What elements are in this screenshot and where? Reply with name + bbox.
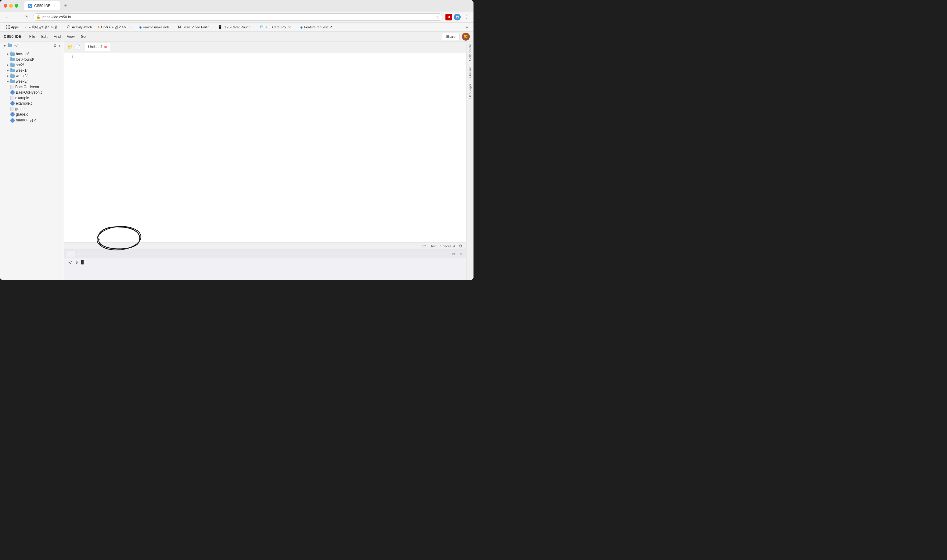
tree-label: src2/ [16, 63, 61, 67]
c-file-icon: c [10, 112, 15, 117]
tree-item-mario[interactable]: c mario 테딩.c [0, 117, 64, 123]
bookmark-8-label: Feature request: P… [304, 25, 335, 29]
code-content[interactable] [76, 52, 466, 242]
traffic-lights [4, 4, 18, 8]
file-tree-settings-icon[interactable]: ⚙ [53, 43, 57, 48]
editor-tab-untitled1[interactable]: Untitled1 [85, 43, 110, 51]
back-button[interactable]: ← [4, 14, 11, 21]
tab-bar: C CS50 IDE × + [25, 1, 470, 10]
folder-icon [10, 69, 15, 72]
tree-item-grade-c[interactable]: c grade.c [0, 112, 64, 117]
bookmark-2[interactable]: ⏱ ActivityWatch [65, 24, 95, 30]
tree-item-backup[interactable]: ▶ backup/ [0, 51, 64, 57]
bookmark-7[interactable]: 💎 0.35 Carat Round… [257, 24, 297, 30]
bookmark-8[interactable]: ◈ Feature request: P… [298, 24, 338, 30]
user-avatar[interactable]: 🐱 [462, 32, 470, 41]
account-avatar[interactable]: 한 [454, 14, 461, 20]
bookmark-3-icon: A [97, 25, 100, 29]
terminal-content[interactable]: ~/ $ [64, 258, 466, 280]
terminal-dollar: $ [73, 260, 80, 265]
cursor-line [79, 55, 464, 60]
terminal-tab-home[interactable]: ~ [66, 251, 75, 257]
folder-icon [10, 63, 15, 67]
tree-label: mario 테딩.c [16, 118, 61, 123]
address-bar[interactable]: 🔒 https://ide.cs50.io ☆ [33, 14, 443, 21]
tab-favicon: C [28, 4, 32, 8]
new-folder-button[interactable]: 📁 [66, 44, 73, 50]
new-tab-button[interactable]: + [61, 2, 70, 10]
refresh-button[interactable]: ↻ [23, 14, 31, 21]
maximize-button[interactable] [15, 4, 18, 8]
terminal-tab-label: ~ [69, 252, 72, 256]
file-tree-menu-icon[interactable]: ▾ [59, 43, 61, 48]
tree-label: week2/ [16, 74, 61, 78]
root-folder-icon [8, 44, 12, 47]
bookmark-4[interactable]: ◈ How to make netr… [136, 24, 175, 30]
tree-item-example-c[interactable]: c example.c [0, 101, 64, 106]
tree-item-baekoo-c[interactable]: c BaekOoHyeon.c [0, 90, 64, 95]
code-editor[interactable]: 1 [64, 52, 466, 242]
minimize-button[interactable] [9, 4, 13, 8]
tree-item-week3[interactable]: ▶ week3/ [0, 79, 64, 84]
tree-item-grade[interactable]: grade [0, 106, 64, 112]
tree-item-week2[interactable]: ▶ week2/ [0, 73, 64, 79]
bookmark-1[interactable]: ✓ 교육마당>공지사항 … [22, 24, 64, 30]
extension-icon[interactable]: M [445, 14, 452, 20]
tree-label: example.c [16, 101, 61, 106]
spaces-setting: Spaces: 4 [440, 244, 455, 248]
terminal-close-button[interactable]: × [457, 251, 464, 257]
nav-bar: ← → ↻ 🔒 https://ide.cs50.io ☆ M 한 ⋮ [0, 12, 473, 23]
chevron-right-icon: ▶ [6, 63, 9, 66]
url-text: https://ide.cs50.io [42, 15, 434, 19]
chrome-menu-button[interactable]: ⋮ [462, 14, 470, 21]
add-tab-button[interactable]: + [111, 44, 118, 50]
chevron-right-icon: ▶ [6, 80, 9, 83]
sidebar-outline-label[interactable]: Outline [468, 67, 472, 78]
menu-edit[interactable]: Edit [38, 33, 51, 40]
bookmark-1-label: 교육마당>공지사항 … [28, 25, 61, 29]
bookmark-3[interactable]: A USB C타입 2.4A 고… [95, 24, 136, 30]
tree-item-lost-found[interactable]: lost+found/ [0, 57, 64, 62]
terminal-tabs: ~ + ⧉ × [64, 250, 466, 258]
editor-tabs: 📁 📄 Untitled1 + [64, 42, 466, 52]
menu-file[interactable]: File [26, 33, 38, 40]
terminal-popout-button[interactable]: ⧉ [450, 251, 456, 257]
menu-view[interactable]: View [64, 33, 78, 40]
ide-menu-right: Share 🐱 [442, 32, 470, 41]
forward-button[interactable]: → [14, 14, 21, 21]
terminal-area: ~ + ⧉ × ~/ $ [64, 249, 466, 280]
sidebar-debugger-label[interactable]: Debugger [468, 84, 472, 98]
tree-label: BaekOoHyeon.c [16, 90, 61, 95]
tree-item-baekoo[interactable]: BaekOoHyeon [0, 84, 64, 90]
bookmark-6[interactable]: 📱 0.23-Carat Round… [216, 24, 256, 30]
browser-tab[interactable]: C CS50 IDE × [25, 1, 60, 10]
bookmark-star-icon[interactable]: ☆ [436, 15, 440, 20]
share-button[interactable]: Share [442, 33, 459, 40]
tab-close-button[interactable]: × [52, 4, 57, 8]
file-icon [10, 96, 14, 100]
settings-gear-icon[interactable]: ⚙ [459, 244, 462, 248]
tree-item-src2[interactable]: ▶ src2/ [0, 62, 64, 68]
bookmark-5-label: Basic Video Editin… [182, 25, 212, 29]
bookmark-5[interactable]: M Basic Video Editin… [176, 24, 215, 30]
bookmark-7-icon: 💎 [259, 25, 263, 29]
ide-body: ▼ ~/ ⚙ ▾ ▶ backup/ [0, 42, 473, 280]
collapse-icon[interactable]: ▼ [3, 44, 6, 48]
close-button[interactable] [4, 4, 7, 8]
tree-label: grade [15, 107, 61, 111]
bookmark-1-icon: ✓ [24, 25, 27, 29]
menu-find[interactable]: Find [51, 33, 64, 40]
terminal-new-tab-button[interactable]: + [76, 251, 82, 257]
new-file-button[interactable]: 📄 [74, 44, 81, 50]
menu-go[interactable]: Go [78, 33, 89, 40]
bookmarks-more-button[interactable]: » [464, 24, 470, 30]
c-file-icon: c [10, 118, 15, 123]
terminal-cursor [81, 260, 83, 265]
bookmark-apps[interactable]: Apps [4, 25, 21, 30]
file-tree-items: ▶ backup/ lost+found/ ▶ src2/ [0, 50, 64, 125]
chevron-right-icon: ▶ [6, 52, 9, 55]
bookmark-3-label: USB C타입 2.4A 고… [101, 25, 133, 29]
tree-item-week1[interactable]: ▶ week1/ [0, 68, 64, 73]
tree-item-example[interactable]: example [0, 95, 64, 101]
sidebar-collaborate-label[interactable]: Collaborate [468, 44, 472, 61]
